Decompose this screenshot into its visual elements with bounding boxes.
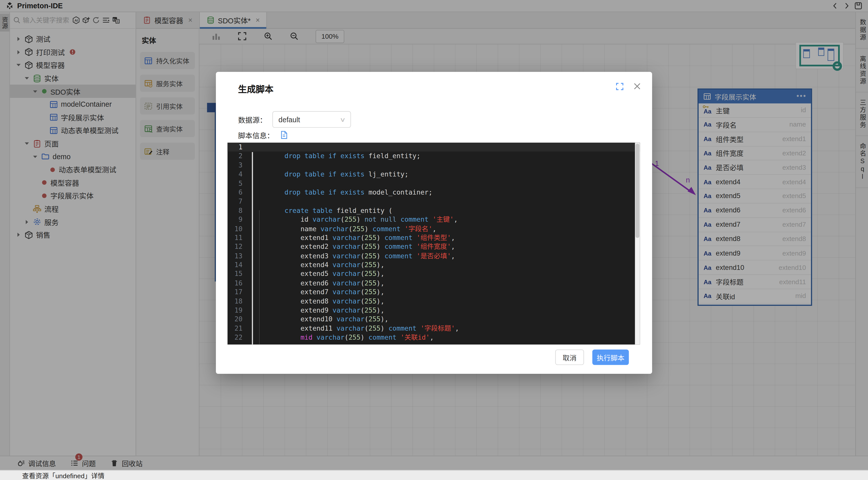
datasource-label: 数据源： bbox=[238, 114, 267, 125]
code-line: 7 bbox=[227, 197, 640, 206]
run-script-button[interactable]: 执行脚本 bbox=[592, 349, 629, 365]
code-line: 11 extend1 varchar(255) comment '组件类型', bbox=[227, 233, 640, 242]
code-line: 16 extend6 varchar(255), bbox=[227, 279, 640, 288]
cancel-button[interactable]: 取消 bbox=[555, 349, 584, 365]
script-code-editor[interactable]: 12 drop table if exists field_entity;34 … bbox=[227, 143, 640, 344]
ide-window: Primeton-IDE 资源 AI En文 测试打印测试模型容器实体SDO实体… bbox=[0, 0, 868, 480]
chevron-down-icon: ∨ bbox=[340, 116, 346, 123]
line-number: 5 bbox=[227, 179, 250, 188]
line-number: 6 bbox=[227, 188, 250, 197]
code-line: 21 extend11 varchar(255) comment '字段标题', bbox=[227, 324, 640, 333]
code-line: 18 extend8 varchar(255), bbox=[227, 297, 640, 306]
line-number: 18 bbox=[227, 297, 250, 306]
line-number: 22 bbox=[227, 333, 250, 342]
script-file-icon[interactable] bbox=[279, 131, 288, 139]
line-number: 1 bbox=[227, 143, 250, 151]
code-line: 15 extend5 varchar(255), bbox=[227, 270, 640, 279]
line-number: 7 bbox=[227, 197, 250, 206]
line-number: 3 bbox=[227, 161, 250, 170]
datasource-value: default bbox=[278, 115, 300, 124]
code-line: 14 extend4 varchar(255), bbox=[227, 261, 640, 270]
line-number: 10 bbox=[227, 224, 250, 233]
line-number: 14 bbox=[227, 261, 250, 270]
datasource-select[interactable]: default ∨ bbox=[272, 111, 351, 128]
line-number: 17 bbox=[227, 288, 250, 297]
line-number: 21 bbox=[227, 324, 250, 333]
line-number: 2 bbox=[227, 151, 250, 161]
status-bar: 查看资源「undefined」详情 bbox=[0, 470, 868, 480]
editor-scrollbar[interactable] bbox=[635, 143, 640, 344]
code-line: 13 extend3 varchar(255) comment '是否必填', bbox=[227, 251, 640, 261]
code-line: 4 drop table if exists lj_entity; bbox=[227, 170, 640, 179]
line-number: 20 bbox=[227, 315, 250, 324]
status-text: 查看资源「undefined」详情 bbox=[22, 471, 104, 480]
editor-indent-guide bbox=[259, 210, 259, 344]
line-number: 15 bbox=[227, 270, 250, 279]
generate-script-dialog: 生成脚本 数据源： default ∨ 脚本信息： 12 drop table … bbox=[216, 72, 652, 374]
code-line: 12 extend2 varchar(255) comment '组件宽度', bbox=[227, 242, 640, 251]
code-line: 5 bbox=[227, 179, 640, 188]
code-line: 8 create table field_entity ( bbox=[227, 206, 640, 215]
line-number: 16 bbox=[227, 279, 250, 288]
code-line: 2 drop table if exists field_entity; bbox=[227, 151, 640, 161]
dialog-title: 生成脚本 bbox=[238, 82, 273, 95]
line-number: 8 bbox=[227, 206, 250, 215]
fullscreen-icon[interactable] bbox=[616, 82, 624, 91]
line-number: 9 bbox=[227, 215, 250, 224]
code-line: 9 id varchar(255) not null comment '主键', bbox=[227, 215, 640, 224]
code-line: 17 extend7 varchar(255), bbox=[227, 288, 640, 297]
code-line: 22 mid varchar(255) comment '关联id', bbox=[227, 333, 640, 342]
script-info-label: 脚本信息： bbox=[238, 130, 274, 140]
code-line: 19 extend9 varchar(255), bbox=[227, 306, 640, 315]
code-line: 20 extend10 varchar(255), bbox=[227, 315, 640, 324]
code-line: 1 bbox=[227, 143, 640, 151]
line-number: 4 bbox=[227, 170, 250, 179]
close-icon[interactable] bbox=[633, 82, 642, 91]
editor-guide-line bbox=[252, 152, 253, 345]
line-number: 13 bbox=[227, 251, 250, 261]
line-number: 12 bbox=[227, 242, 250, 251]
line-number: 19 bbox=[227, 306, 250, 315]
line-number: 11 bbox=[227, 233, 250, 242]
code-line: 6 drop table if exists model_container; bbox=[227, 188, 640, 197]
code-line: 3 bbox=[227, 161, 640, 170]
code-line: 10 name varchar(255) comment '字段名', bbox=[227, 224, 640, 233]
